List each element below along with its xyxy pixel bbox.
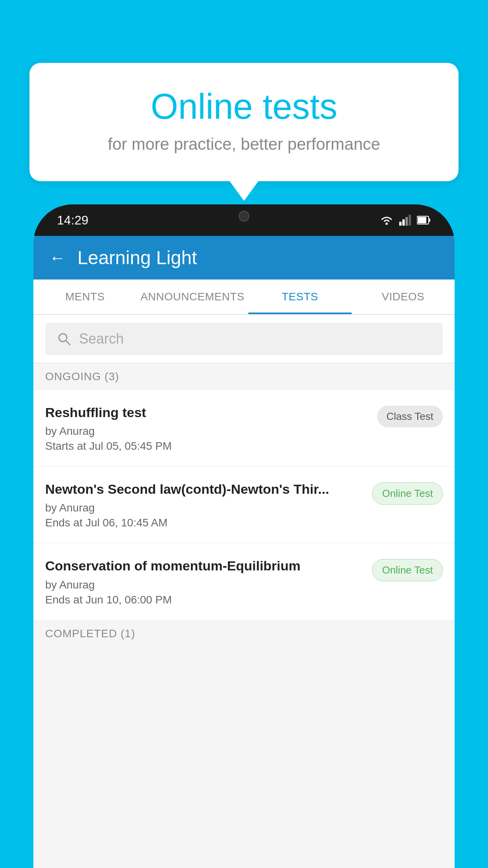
test-list: Reshuffling test by Anurag Starts at Jul… (33, 390, 455, 620)
test-item[interactable]: Conservation of momentum-Equilibrium by … (33, 543, 455, 620)
status-time: 14:29 (57, 213, 88, 228)
phone-notch (209, 204, 279, 228)
test-item[interactable]: Newton's Second law(contd)-Newton's Thir… (33, 467, 455, 543)
completed-label: COMPLETED (1) (33, 620, 455, 647)
test-by: by Anurag (45, 579, 364, 591)
test-by: by Anurag (45, 502, 364, 514)
tab-ments[interactable]: MENTS (33, 280, 136, 314)
battery-icon (417, 215, 431, 225)
search-bar[interactable]: Search (45, 323, 443, 355)
test-badge: Online Test (372, 559, 443, 581)
back-button[interactable]: ← (49, 248, 66, 267)
test-by: by Anurag (45, 425, 369, 438)
search-placeholder-text: Search (79, 331, 124, 347)
test-time: Starts at Jul 05, 05:45 PM (45, 440, 369, 452)
ongoing-label: ONGOING (3) (33, 363, 455, 390)
svg-rect-6 (418, 217, 426, 223)
svg-rect-2 (402, 219, 405, 226)
svg-rect-3 (405, 217, 408, 226)
svg-line-9 (66, 341, 70, 345)
svg-point-0 (385, 223, 388, 225)
camera (238, 211, 250, 222)
bubble-title: Online tests (61, 86, 427, 127)
test-time: Ends at Jul 06, 10:45 AM (45, 517, 364, 529)
search-container: Search (33, 315, 455, 363)
tab-announcements[interactable]: ANNOUNCEMENTS (136, 280, 248, 314)
test-name: Conservation of momentum-Equilibrium (45, 557, 364, 574)
svg-rect-4 (409, 215, 411, 226)
svg-rect-7 (429, 219, 430, 222)
signal-icon (399, 215, 411, 226)
app-title: Learning Light (77, 247, 197, 268)
test-name: Newton's Second law(contd)-Newton's Thir… (45, 480, 364, 498)
test-badge: Online Test (372, 482, 443, 505)
test-item[interactable]: Reshuffling test by Anurag Starts at Jul… (33, 390, 455, 467)
wifi-icon (380, 215, 393, 226)
test-info: Newton's Second law(contd)-Newton's Thir… (45, 480, 364, 529)
test-badge: Class Test (377, 406, 443, 427)
speech-bubble: Online tests for more practice, better p… (29, 63, 459, 181)
test-info: Reshuffling test by Anurag Starts at Jul… (45, 404, 369, 452)
test-name: Reshuffling test (45, 404, 369, 421)
status-bar: 14:29 (33, 204, 455, 236)
phone-screen: ← Learning Light MENTS ANNOUNCEMENTS TES… (33, 236, 455, 868)
tab-tests[interactable]: TESTS (248, 280, 351, 314)
test-info: Conservation of momentum-Equilibrium by … (45, 557, 364, 606)
status-icons (380, 215, 431, 226)
phone-frame: 14:29 (33, 204, 455, 868)
svg-rect-1 (399, 222, 402, 226)
app-header: ← Learning Light (33, 236, 455, 280)
search-icon (57, 332, 71, 346)
tab-videos[interactable]: VIDEOS (352, 280, 455, 314)
test-time: Ends at Jun 10, 06:00 PM (45, 594, 364, 606)
tab-bar: MENTS ANNOUNCEMENTS TESTS VIDEOS (33, 280, 455, 315)
bubble-subtitle: for more practice, better performance (61, 135, 427, 154)
